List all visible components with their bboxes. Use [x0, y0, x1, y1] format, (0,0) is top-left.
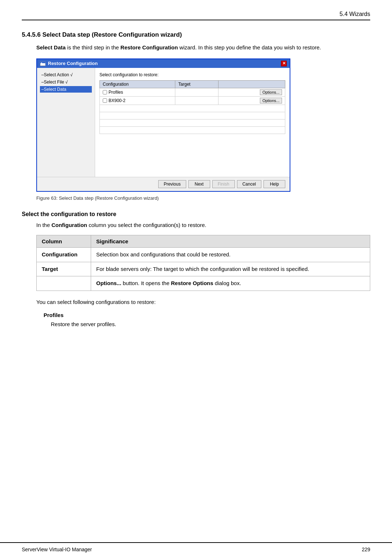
table-row-empty3 — [100, 119, 285, 126]
table-row-configuration: Configuration Selection box and configur… — [37, 248, 370, 262]
cancel-button[interactable]: Cancel — [237, 180, 261, 188]
header-title: 5.4 Wizards — [340, 11, 370, 17]
options-text2: button. It opens the — [121, 280, 171, 286]
profiles-text: Restore the server profiles. — [51, 320, 370, 329]
bx900-checkbox[interactable] — [103, 98, 107, 103]
options-col2: Options... button. It opens the Restore … — [91, 276, 370, 291]
page-footer: ServerView Virtual-IO Manager 229 — [0, 542, 392, 556]
page-header: 5.4 Wizards — [22, 11, 370, 20]
configuration-text: Selection box and configurations that co… — [96, 251, 230, 257]
section-heading: 5.4.5.6 Select Data step (Restore Config… — [22, 31, 370, 38]
wizard-footer: Previous Next Finish Cancel Help — [37, 177, 290, 191]
profiles-options-cell: Options... — [218, 88, 285, 96]
config-table: Configuration Target Profiles — [99, 80, 285, 134]
configuration-col1: Configuration — [37, 248, 91, 262]
sub-section-heading: Select the configuration to restore — [22, 211, 370, 218]
table-row-empty1 — [100, 105, 285, 112]
figure-caption: Figure 63: Select Data step (Restore Con… — [36, 195, 370, 201]
intro-text2: wizard. In this step you define the data… — [178, 44, 321, 50]
profiles-checkbox-cell: Profiles — [103, 90, 172, 95]
bx900-cell: BX900-2 — [100, 96, 175, 105]
options-bold3: Restore Options — [171, 280, 213, 286]
restore-configuration-dialog: Restore Configuration ✕ –Select Action √… — [36, 58, 290, 192]
config-col-header: Configuration — [100, 80, 175, 88]
previous-button[interactable]: Previous — [158, 180, 186, 188]
sidebar-item-select-data: –Select Data — [40, 86, 92, 93]
wizard-content: Select configuration to restore: Configu… — [95, 68, 290, 177]
table-row: Profiles Options... — [100, 88, 285, 96]
target-text: For blade servers only: The target to wh… — [96, 266, 309, 272]
bx900-target-cell — [175, 96, 219, 105]
svg-rect-2 — [41, 62, 42, 63]
bx900-label: BX900-2 — [109, 98, 126, 103]
table-row: BX900-2 Options... — [100, 96, 285, 105]
section-intro: Select Data is the third step in the Res… — [36, 44, 370, 52]
options-end: dialog box. — [213, 280, 241, 286]
col1-header: Column — [37, 235, 91, 248]
intro-bold1: Select Data — [36, 44, 66, 50]
profiles-cell: Profiles — [100, 88, 175, 96]
profiles-label: Profiles — [109, 90, 123, 95]
target-col-header: Target — [175, 80, 219, 88]
profiles-checkbox[interactable] — [103, 90, 107, 94]
configuration-col2: Selection box and configurations that co… — [91, 248, 370, 262]
options-bold1: Options... — [96, 280, 121, 286]
dialog-close-button[interactable]: ✕ — [281, 61, 287, 66]
bx900-checkbox-cell: BX900-2 — [103, 98, 172, 103]
footer-right: 229 — [362, 547, 370, 552]
help-button[interactable]: Help — [264, 180, 285, 188]
table-row-empty4 — [100, 126, 285, 134]
dialog-title-text: Restore Configuration — [48, 61, 98, 66]
sidebar-item-select-action: –Select Action √ — [40, 72, 92, 78]
bx900-options-cell: Options... — [218, 96, 285, 105]
sub-text-part1: In the — [36, 222, 52, 228]
table-row-empty2 — [100, 112, 285, 119]
bx900-options-button[interactable]: Options... — [260, 98, 282, 104]
dialog-icon — [40, 61, 46, 66]
profiles-options-button[interactable]: Options... — [260, 89, 282, 95]
following-text: You can select following configurations … — [36, 298, 370, 307]
sub-text-bold: Configuration — [52, 222, 87, 228]
options-col1 — [37, 276, 91, 291]
footer-left: ServerView Virtual-IO Manager — [22, 547, 92, 552]
sub-section-text: In the Configuration column you select t… — [36, 221, 370, 230]
finish-button[interactable]: Finish — [212, 180, 235, 188]
intro-bold2: Restore Configuration — [121, 44, 178, 50]
sidebar-item-select-file: –Select File √ — [40, 79, 92, 85]
dialog-title-left: Restore Configuration — [40, 61, 98, 66]
profiles-heading: Profiles — [44, 312, 370, 318]
dialog-title-bar: Restore Configuration ✕ — [37, 59, 290, 68]
table-row-target: Target For blade servers only: The targe… — [37, 262, 370, 276]
col2-header: Significance — [91, 235, 370, 248]
dialog-body: –Select Action √ –Select File √ –Select … — [37, 68, 290, 177]
options-col-header — [218, 80, 285, 88]
intro-text1: is the third step in the — [66, 44, 121, 50]
sub-text-rest: column you select the configuration(s) t… — [87, 222, 207, 228]
table-row-options: Options... button. It opens the Restore … — [37, 276, 370, 291]
target-col1: Target — [37, 262, 91, 276]
wizard-sidebar: –Select Action √ –Select File √ –Select … — [37, 68, 95, 177]
next-button[interactable]: Next — [188, 180, 210, 188]
documentation-table: Column Significance Configuration Select… — [36, 235, 370, 291]
target-col2: For blade servers only: The target to wh… — [91, 262, 370, 276]
wizard-content-label: Select configuration to restore: — [99, 72, 285, 77]
profiles-target-cell — [175, 88, 219, 96]
